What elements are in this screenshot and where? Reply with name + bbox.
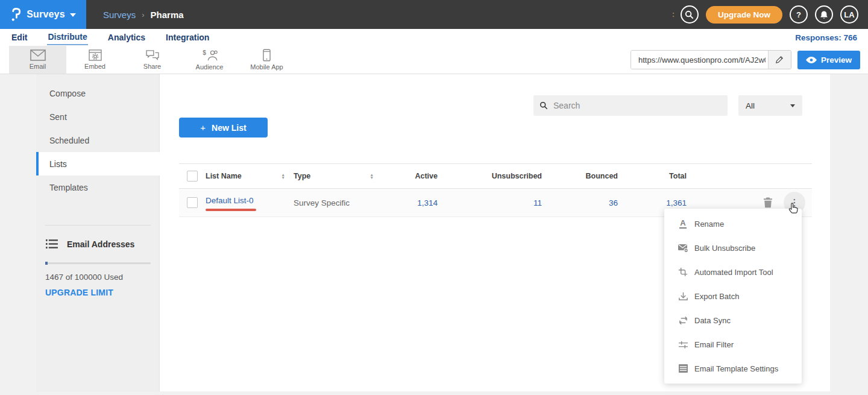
- column-header-total: Total: [618, 172, 687, 180]
- tab-analytics[interactable]: Analytics: [107, 31, 146, 45]
- total-count-link[interactable]: 1,361: [618, 198, 687, 207]
- list-filter-dropdown[interactable]: All: [738, 95, 802, 116]
- column-header-list-name[interactable]: List Name: [206, 172, 242, 180]
- menu-item-email-template-settings[interactable]: Email Template Settings: [664, 356, 802, 381]
- delete-list-button[interactable]: [763, 197, 773, 208]
- sidebar-item-label: Compose: [49, 89, 86, 98]
- help-button[interactable]: ?: [790, 5, 808, 24]
- list-name-link[interactable]: Default List-0: [206, 196, 254, 205]
- search-icon: [539, 101, 548, 110]
- breadcrumb: Surveys › Pharma: [103, 0, 184, 29]
- email-addresses-title: Email Addresses: [67, 239, 134, 249]
- bounced-count-link[interactable]: 36: [542, 198, 618, 207]
- preview-button[interactable]: Preview: [797, 51, 860, 69]
- survey-url-input[interactable]: [631, 51, 768, 69]
- channel-email[interactable]: Email: [9, 46, 66, 74]
- list-search-box: [533, 95, 728, 116]
- menu-item-rename[interactable]: A Rename: [664, 212, 802, 236]
- menu-item-export-batch[interactable]: Export Batch: [664, 284, 802, 308]
- crop-icon: [678, 267, 688, 277]
- list-type-cell: Survey Specific: [294, 198, 382, 207]
- column-header-type[interactable]: Type: [294, 172, 310, 180]
- annotation-underline: [206, 209, 256, 211]
- menu-item-label: Rename: [694, 220, 724, 229]
- channel-audience[interactable]: $ Audience: [181, 46, 238, 74]
- column-header-unsubscribed: Unsubscribed: [438, 172, 542, 180]
- avatar[interactable]: LA: [840, 5, 858, 24]
- channel-mobile-app[interactable]: Mobile App: [238, 46, 295, 74]
- breadcrumb-separator: ›: [142, 10, 144, 19]
- distribute-toolbar: Email Embed Share $ Audience Mobile App: [0, 46, 868, 74]
- eye-icon: [806, 57, 817, 63]
- sidebar-item-scheduled[interactable]: Scheduled: [36, 128, 160, 152]
- menu-item-label: Data Sync: [694, 316, 731, 325]
- preview-label: Preview: [821, 55, 852, 65]
- row-checkbox[interactable]: [187, 197, 198, 208]
- filter-sliders-icon: [678, 339, 688, 350]
- channel-label: Audience: [196, 63, 224, 71]
- sidebar-item-templates[interactable]: Templates: [36, 175, 160, 199]
- plus-icon: +: [200, 122, 206, 133]
- sidebar-item-sent[interactable]: Sent: [36, 105, 160, 128]
- rename-icon: A: [678, 218, 688, 229]
- search-button[interactable]: [681, 5, 699, 24]
- edit-url-button[interactable]: [768, 51, 791, 69]
- tab-distribute[interactable]: Distribute: [47, 30, 87, 45]
- active-count-link[interactable]: 1,314: [382, 198, 438, 207]
- unsubscribed-count-link[interactable]: 11: [438, 198, 542, 207]
- bell-icon: [820, 10, 828, 19]
- breadcrumb-surveys-link[interactable]: Surveys: [103, 10, 136, 20]
- svg-text:$: $: [203, 49, 206, 56]
- sync-icon: [678, 315, 688, 326]
- sidebar-item-label: Sent: [49, 112, 67, 122]
- mobile-icon: [263, 49, 271, 62]
- usage-progress-fill: [45, 262, 48, 265]
- responses-count[interactable]: Responses: 766: [795, 33, 857, 42]
- menu-item-label: Email Filter: [694, 340, 734, 349]
- chevron-down-icon: [70, 13, 76, 17]
- sidebar-item-lists[interactable]: Lists: [36, 152, 160, 175]
- menu-item-data-sync[interactable]: Data Sync: [664, 308, 802, 332]
- channel-list: Email Embed Share $ Audience Mobile App: [9, 46, 295, 74]
- pencil-icon: [775, 55, 784, 64]
- survey-url-box: [631, 50, 791, 69]
- menu-item-label: Export Batch: [694, 292, 739, 301]
- menu-item-label: Email Template Settings: [694, 364, 778, 373]
- address-list-icon: [46, 239, 58, 249]
- menu-item-label: Bulk Unsubscribe: [694, 244, 755, 253]
- embed-icon: [89, 49, 102, 61]
- product-label: Surveys: [27, 9, 65, 20]
- channel-embed[interactable]: Embed: [66, 46, 124, 74]
- search-input[interactable]: [553, 101, 722, 110]
- new-list-button[interactable]: + New List: [179, 118, 268, 137]
- upgrade-now-button[interactable]: Upgrade Now: [706, 6, 782, 24]
- survey-tabbar: Edit Distribute Analytics Integration Re…: [0, 29, 868, 46]
- download-icon: [678, 291, 688, 302]
- notifications-button[interactable]: [815, 5, 833, 24]
- usage-progress-bar: [45, 262, 151, 264]
- tab-integration[interactable]: Integration: [165, 31, 210, 45]
- email-addresses-panel: Email Addresses 1467 of 100000 Used UPGR…: [45, 225, 151, 297]
- menu-item-bulk-unsubscribe[interactable]: Bulk Unsubscribe: [664, 236, 802, 260]
- menu-item-email-filter[interactable]: Email Filter: [664, 332, 802, 356]
- toolbar-right: Preview: [631, 46, 868, 74]
- channel-label: Email: [30, 63, 46, 70]
- filter-selected-value: All: [746, 101, 755, 110]
- upgrade-limit-link[interactable]: UPGRADE LIMIT: [45, 288, 151, 297]
- truncated-text: :: [672, 10, 675, 19]
- new-list-label: New List: [212, 123, 247, 133]
- chevron-down-icon: [790, 104, 795, 107]
- question-mark-icon: ?: [796, 10, 801, 19]
- channel-share[interactable]: Share: [124, 46, 181, 74]
- list-actions-menu: A Rename Bulk Unsubscribe Automated Impo…: [664, 209, 802, 384]
- sort-icon[interactable]: ▲▼: [281, 173, 285, 179]
- product-switcher[interactable]: Surveys: [0, 0, 86, 29]
- tab-edit[interactable]: Edit: [11, 31, 28, 45]
- select-all-checkbox[interactable]: [187, 171, 198, 182]
- menu-item-automated-import-tool[interactable]: Automated Import Tool: [664, 260, 802, 284]
- sidebar-item-compose[interactable]: Compose: [36, 81, 160, 105]
- topbar: Surveys Surveys › Pharma : Upgrade Now ?…: [0, 0, 868, 29]
- sort-icon[interactable]: ▲▼: [370, 173, 374, 179]
- usage-text: 1467 of 100000 Used: [45, 273, 151, 282]
- column-header-active: Active: [382, 172, 438, 180]
